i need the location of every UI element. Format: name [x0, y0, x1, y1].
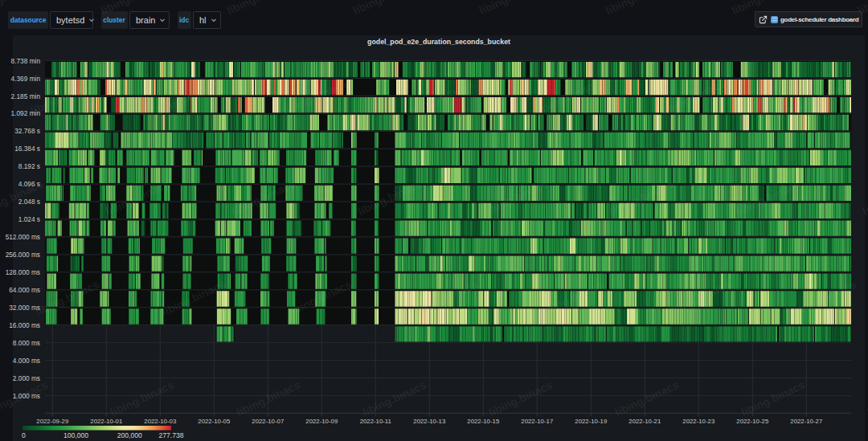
svg-text:2.048 s: 2.048 s: [18, 198, 40, 206]
svg-text:8.738 min: 8.738 min: [11, 57, 41, 65]
svg-text:1.000 ms: 1.000 ms: [13, 392, 40, 400]
svg-text:2022-10-19: 2022-10-19: [575, 418, 607, 425]
svg-text:2022-10-01: 2022-10-01: [90, 418, 122, 425]
svg-text:64.000 ms: 64.000 ms: [9, 286, 40, 294]
svg-text:16.384 s: 16.384 s: [14, 145, 40, 153]
svg-text:2022-10-13: 2022-10-13: [413, 418, 445, 425]
svg-text:4.096 s: 4.096 s: [18, 180, 40, 188]
svg-text:32.768 s: 32.768 s: [14, 127, 40, 135]
svg-text:256.000 ms: 256.000 ms: [6, 251, 40, 259]
svg-text:277.738: 277.738: [158, 431, 183, 439]
svg-text:2022-10-23: 2022-10-23: [682, 418, 714, 425]
svg-text:0: 0: [22, 431, 26, 439]
svg-text:32.000 ms: 32.000 ms: [9, 304, 40, 312]
svg-text:2022-10-03: 2022-10-03: [144, 418, 176, 425]
svg-text:4.369 min: 4.369 min: [11, 75, 41, 83]
svg-text:2022-10-05: 2022-10-05: [198, 418, 231, 425]
svg-text:2022-10-27: 2022-10-27: [790, 418, 822, 425]
svg-text:2022-10-15: 2022-10-15: [467, 418, 500, 425]
svg-text:1.024 s: 1.024 s: [18, 215, 40, 223]
svg-text:2022-10-11: 2022-10-11: [360, 418, 391, 425]
svg-text:16.000 ms: 16.000 ms: [9, 321, 40, 329]
svg-text:200,000: 200,000: [117, 431, 142, 439]
svg-text:2022-10-17: 2022-10-17: [521, 418, 553, 425]
svg-text:2022-09-29: 2022-09-29: [36, 418, 68, 425]
svg-text:2022-10-09: 2022-10-09: [305, 418, 338, 425]
svg-text:2022-10-25: 2022-10-25: [736, 418, 769, 425]
svg-text:2022-10-07: 2022-10-07: [252, 418, 284, 425]
svg-text:512.000 ms: 512.000 ms: [6, 233, 40, 241]
svg-text:1.092 min: 1.092 min: [11, 109, 41, 117]
svg-text:4.000 ms: 4.000 ms: [13, 357, 40, 365]
svg-text:100,000: 100,000: [63, 431, 88, 439]
svg-text:8.192 s: 8.192 s: [18, 162, 40, 170]
svg-text:2.000 ms: 2.000 ms: [13, 374, 40, 382]
svg-text:2022-10-21: 2022-10-21: [628, 418, 661, 425]
svg-text:2.185 min: 2.185 min: [11, 92, 41, 100]
svg-text:128.000 ms: 128.000 ms: [6, 268, 40, 276]
svg-text:8.000 ms: 8.000 ms: [13, 339, 40, 347]
